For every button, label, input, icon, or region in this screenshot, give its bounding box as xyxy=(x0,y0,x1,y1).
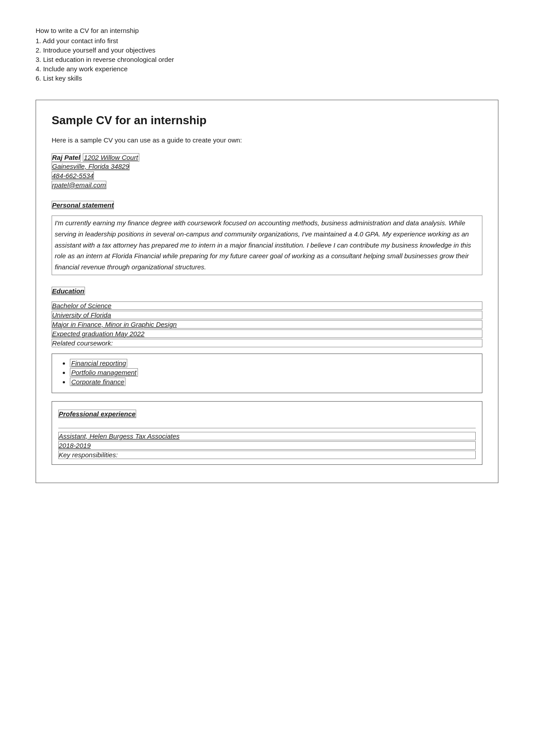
exp-years: 2018-2019 xyxy=(58,441,476,450)
edu-university: University of Florida xyxy=(52,311,482,319)
intro-step-1: 1. Add your contact info first xyxy=(36,37,498,45)
contact-address2: Gainesville, Florida 34829 xyxy=(52,162,129,171)
personal-statement-text: I'm currently earning my finance degree … xyxy=(52,215,482,275)
divider xyxy=(58,428,476,428)
ps-line-1: I'm currently earning my finance degree … xyxy=(55,219,256,227)
edu-coursework-label: Related coursework: xyxy=(52,339,482,347)
ps-line-2: accounting methods, business administrat… xyxy=(258,219,465,227)
intro-title: How to write a CV for an internship xyxy=(36,27,498,34)
ps-line-6: financial institution. I believe I can c… xyxy=(248,241,459,249)
ps-line-5: assistant with a tax attorney has prepar… xyxy=(55,241,247,249)
contact-name-address-row: Raj Patel 1202 Willow Court xyxy=(52,154,482,161)
edu-major: Major in Finance, Minor in Graphic Desig… xyxy=(52,320,482,329)
cv-box: Sample CV for an internship Here is a sa… xyxy=(36,100,498,483)
exp-responsibilities: Key responsibilities: xyxy=(58,451,476,459)
ps-line-8: career goal of working as a consultant h… xyxy=(249,252,469,260)
edu-degree: Bachelor of Science xyxy=(52,301,482,310)
education-heading: Education xyxy=(52,287,85,295)
education-details: Bachelor of Science University of Florid… xyxy=(52,301,482,347)
cv-intro: Here is a sample CV you can use as a gui… xyxy=(52,136,482,144)
coursework-list: Financial reporting Portfolio management… xyxy=(52,354,482,393)
contact-email: rpatel@email.com xyxy=(52,181,106,189)
education-section: Education Bachelor of Science University… xyxy=(52,283,482,347)
ps-line-3: serving in leadership positions in sever… xyxy=(55,230,257,238)
contact-phone: 484-662-5534 xyxy=(52,171,94,180)
ps-line-4: organizations, I've maintained a 4.0 GPA… xyxy=(259,230,469,238)
exp-details: Assistant, Helen Burgess Tax Associates … xyxy=(58,432,476,459)
edu-graduation: Expected graduation May 2022 xyxy=(52,329,482,338)
prof-exp-heading: Professional experience xyxy=(58,410,136,418)
professional-experience-section: Professional experience Assistant, Helen… xyxy=(52,401,482,465)
exp-title: Assistant, Helen Burgess Tax Associates xyxy=(58,432,476,440)
personal-statement-section: Personal statement I'm currently earning… xyxy=(52,197,482,275)
intro-step-2: 2. Introduce yourself and your objective… xyxy=(36,46,498,54)
coursework-item-3: Corporate finance xyxy=(70,378,473,386)
coursework-item-1: Financial reporting xyxy=(70,359,473,367)
personal-statement-heading: Personal statement xyxy=(52,201,114,209)
intro-section: How to write a CV for an internship 1. A… xyxy=(36,27,498,82)
coursework-item-2: Portfolio management xyxy=(70,369,473,376)
contact-name: Raj Patel xyxy=(52,153,81,162)
intro-list: 1. Add your contact info first 2. Introd… xyxy=(36,37,498,82)
intro-step-5: 6. List key skills xyxy=(36,74,498,82)
cv-title: Sample CV for an internship xyxy=(52,114,482,127)
contact-block: Raj Patel 1202 Willow Court Gainesville,… xyxy=(52,154,482,189)
intro-step-3: 3. List education in reverse chronologic… xyxy=(36,56,498,63)
ps-line-9: financial revenue through organizational… xyxy=(55,263,206,271)
intro-step-4: 4. Include any work experience xyxy=(36,65,498,73)
contact-address1: 1202 Willow Court xyxy=(83,153,140,162)
